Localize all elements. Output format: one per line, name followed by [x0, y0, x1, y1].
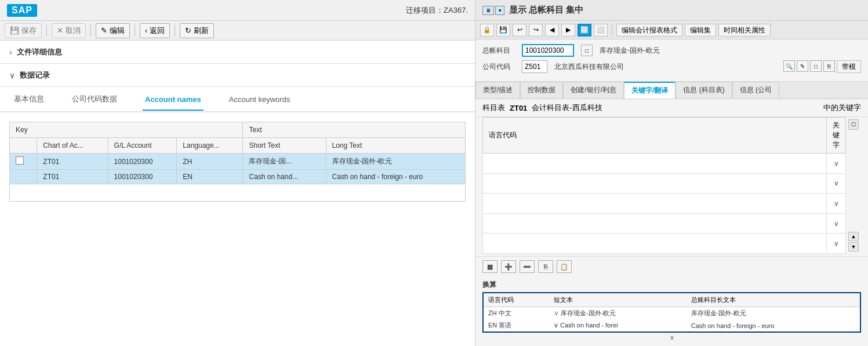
table-row[interactable]: ZT01 1001020300 ZH 库存现金-国... 库存现金-国外-欧元 — [10, 154, 466, 170]
tab-info-company[interactable]: 信息 (公司 — [732, 82, 779, 99]
migration-info: 迁移项目：ZA367. — [406, 5, 468, 16]
kw-lang — [483, 234, 827, 254]
add-btn[interactable]: ➕ — [501, 260, 516, 273]
company-search-btn[interactable]: 🔍 — [783, 60, 795, 72]
chart-name: 会计科目表-西瓜科技 — [532, 103, 602, 113]
chart-id: ZT01 — [510, 104, 527, 112]
undo-button[interactable]: ↩ — [513, 24, 526, 37]
tab-info-acct[interactable]: 信息 (科目表) — [675, 82, 732, 99]
tab-company[interactable]: 公司代码数据 — [70, 88, 119, 111]
prev-button[interactable]: ◀ — [545, 24, 559, 37]
cell-long: Cash on hand - foreign - euro — [326, 170, 466, 184]
right-title-bar: 🖥 ▾ 显示 总帐科目 集中 — [475, 0, 868, 21]
company-new-btn[interactable]: □ — [810, 60, 822, 72]
save-button[interactable]: 💾 保存 — [5, 23, 42, 38]
tabs-nav: 基本信息 公司代码数据 Account names Account keywor… — [0, 87, 475, 112]
left-toolbar: 💾 保存 ✕ 取消 ✎ 编辑 ‹ 返回 ↻ 刷新 — [0, 21, 475, 41]
layout-btn1[interactable]: ⬜ — [578, 24, 591, 37]
kw-header-keyword: 关键字 — [827, 118, 846, 154]
tab-create-bank[interactable]: 创建/银行/利息 — [563, 82, 624, 99]
ex-row: ZH 中文 ∨ 库存现金-国外-欧元 库存现金-国外-欧元 — [483, 307, 860, 320]
back-button[interactable]: ‹ 返回 — [140, 23, 170, 38]
lock-button[interactable]: 🔒 — [480, 24, 494, 37]
edit-set-btn[interactable]: 编辑集 — [685, 24, 716, 37]
top-bar: SAP 迁移项目：ZA367. — [0, 0, 475, 21]
tab-content-account-names: Key Text Chart of Ac... G/L Account Lang… — [0, 112, 475, 346]
gl-field-row: 总帐科目 1001020300 □ 库存现金-国外-欧元 — [482, 44, 861, 57]
cell-long: 库存现金-国外-欧元 — [326, 154, 466, 170]
tab-basic[interactable]: 基本信息 — [12, 88, 46, 111]
cell-lang: EN — [177, 170, 243, 184]
chart-of-accts-row: 科目表 ZT01 会计科目表-西瓜科技 中的关键字 — [475, 99, 868, 117]
kw-chevron: ∨ — [827, 173, 846, 194]
next-button[interactable]: ▶ — [561, 24, 575, 37]
col-copy — [10, 138, 37, 154]
edit-button[interactable]: ✎ 编辑 — [96, 23, 130, 38]
sep1 — [46, 25, 47, 37]
right-content: 科目表 ZT01 会计科目表-西瓜科技 中的关键字 语言代码 关键字 ∨ — [475, 99, 868, 346]
tabs-area: 基本信息 公司代码数据 Account names Account keywor… — [0, 87, 475, 346]
template-btn[interactable]: 带模 — [837, 60, 861, 73]
kw-row[interactable]: ∨ — [483, 194, 846, 214]
company-field-row: 公司代码 北京西瓜科技有限公司 🔍 ✎ □ ⎘ 带模 — [482, 60, 861, 73]
kw-row[interactable]: ∨ — [483, 173, 846, 194]
cancel-button[interactable]: ✕ 取消 — [52, 23, 86, 38]
refresh-icon: ↻ — [185, 26, 191, 35]
bottom-toolbar: ▦ ➕ ➖ ⎘ 📋 — [475, 256, 868, 276]
layout-btn2[interactable]: ⬜ — [594, 24, 608, 37]
gl-input[interactable] — [522, 44, 574, 57]
section-file-details[interactable]: › 文件详细信息 — [0, 41, 475, 64]
cell-short: Cash on hand... — [243, 170, 326, 184]
tab-account-names[interactable]: Account names — [143, 89, 204, 111]
chart-label: 科目表 — [482, 103, 505, 113]
text-group-header: Text — [243, 122, 466, 138]
table-row[interactable]: ZT01 1001020300 EN Cash on hand... Cash … — [10, 170, 466, 184]
scroll-up-btn[interactable]: ▲ — [848, 232, 859, 241]
section-data-records[interactable]: ∨ 数据记录 — [0, 64, 475, 87]
gl-desc: 库存现金-国外-欧元 — [600, 46, 660, 56]
ex-lang: EN 英语 — [483, 319, 549, 332]
tab-account-keywords[interactable]: Account keywords — [227, 89, 293, 111]
kw-lang — [483, 173, 827, 194]
sep4 — [175, 25, 175, 37]
gl-open-btn[interactable]: □ — [581, 45, 593, 56]
kw-row[interactable]: ∨ — [483, 213, 846, 234]
chevron-right-icon: › — [9, 48, 12, 57]
company-input[interactable] — [522, 60, 547, 73]
cell-chart: ZT01 — [37, 170, 108, 184]
chevron-down-icon: ∨ — [9, 71, 15, 80]
time-attr-btn[interactable]: 时间相关属性 — [718, 24, 771, 37]
table-row-empty — [10, 184, 466, 202]
company-copy-btn[interactable]: ⎘ — [823, 60, 835, 72]
ex-long: 库存现金-国外-欧元 — [687, 307, 860, 320]
copy-entry-btn[interactable]: ⎘ — [538, 260, 553, 273]
company-edit-btn[interactable]: ✎ — [797, 60, 808, 72]
edit-acct-format-btn[interactable]: 编辑会计报表格式 — [616, 24, 682, 37]
exchange-section: 换算 语言代码 短文本 总账科目长文本 ZH 中文 ∨ 库存现金-国外-欧元 库… — [475, 276, 868, 346]
account-names-table: Key Text Chart of Ac... G/L Account Lang… — [9, 122, 466, 202]
ex-long: Cash on hand - foreign - euro — [687, 319, 860, 332]
redo-button[interactable]: ↪ — [529, 24, 543, 37]
delete-btn[interactable]: ➖ — [520, 260, 535, 273]
scroll-down-btn[interactable]: ▼ — [848, 242, 859, 252]
cell-gl: 1001020300 — [108, 154, 177, 170]
paste-btn[interactable]: 📋 — [557, 260, 572, 273]
tab-keyword-trans[interactable]: 关键字/翻译 — [624, 82, 675, 99]
tab-control-data[interactable]: 控制数据 — [520, 82, 563, 99]
right-panel: 🖥 ▾ 显示 总帐科目 集中 🔒 💾 ↩ ↪ ◀ ▶ ⬜ ⬜ 编辑会计报表格式 … — [475, 0, 868, 346]
gl-label: 总帐科目 — [482, 46, 517, 56]
kw-row[interactable]: ∨ — [483, 154, 846, 174]
tab-type-desc[interactable]: 类型/描述 — [475, 82, 520, 99]
kw-lang — [483, 213, 827, 234]
save-right-button[interactable]: 💾 — [496, 24, 510, 37]
ex-short: ∨ Cash on hand - forei — [549, 319, 687, 332]
checkbox-placeholder[interactable]: ☐ — [848, 119, 859, 130]
keyword-label: 中的关键字 — [823, 103, 861, 113]
kw-row[interactable]: ∨ — [483, 234, 846, 254]
kw-chevron: ∨ — [827, 154, 846, 174]
cancel-icon: ✕ — [57, 26, 63, 35]
key-group-header: Key — [10, 122, 243, 138]
col-lang: Language... — [177, 138, 243, 154]
refresh-button[interactable]: ↻ 刷新 — [180, 23, 214, 38]
table-icon-btn[interactable]: ▦ — [482, 260, 497, 273]
